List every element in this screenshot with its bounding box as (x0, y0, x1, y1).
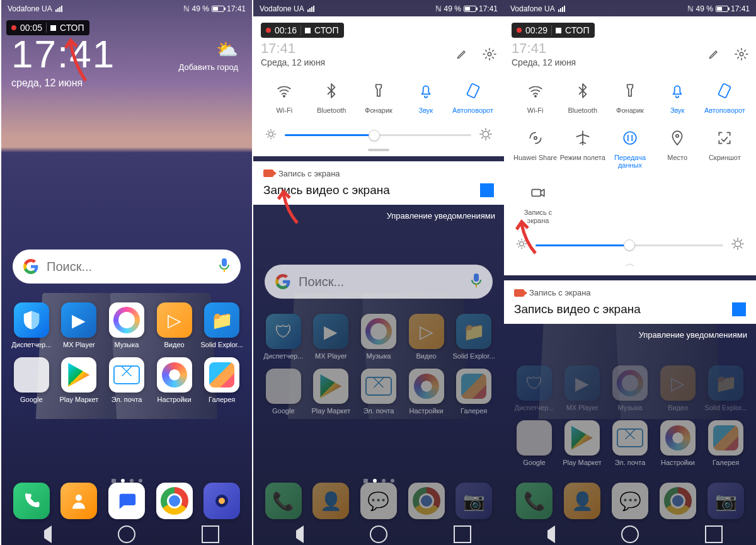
nav-back-icon[interactable] (286, 525, 304, 543)
clock-date: среда, 12 июня (11, 77, 242, 89)
qs-flashlight[interactable]: Фонарик (607, 81, 653, 115)
svg-rect-14 (718, 83, 731, 98)
data-icon (607, 129, 653, 147)
bell-icon (655, 81, 700, 100)
dock: 📞 👤 💬 📷 (504, 483, 756, 522)
qs-sound[interactable]: Звук (655, 81, 700, 115)
search-bar[interactable] (13, 250, 241, 284)
nav-recent-icon[interactable] (202, 525, 219, 543)
home-app-grid: Диспетчер... ▶MX Player Музыка ▷Видео 📁S… (1, 302, 252, 412)
qs-flashlight[interactable]: Фонарик (356, 81, 401, 115)
qs-wifi[interactable]: Wi-Fi (261, 81, 307, 115)
qs-location[interactable]: Место (655, 129, 700, 169)
qs-huaweishare[interactable]: Huawei Share (513, 129, 558, 169)
stop-icon (50, 25, 56, 31)
app-playmarket[interactable]: Play Маркет (56, 357, 101, 403)
qs-screenrecord[interactable]: Запись с экрана (515, 183, 561, 224)
qs-bluetooth[interactable]: Bluetooth (560, 81, 605, 115)
battery-icon (464, 6, 476, 12)
stop-icon (305, 28, 311, 33)
search-input[interactable] (299, 275, 462, 289)
gear-icon[interactable] (735, 47, 748, 61)
qs-autorotate[interactable]: Автоповорот (702, 81, 747, 115)
svg-point-17 (676, 134, 679, 137)
app-music[interactable]: Музыка (104, 302, 149, 348)
svg-rect-0 (222, 258, 227, 267)
dock-phone[interactable] (9, 483, 54, 522)
signal-icon (55, 6, 62, 12)
edit-icon[interactable] (707, 47, 721, 61)
recording-pill[interactable]: 00:29СТОП (512, 23, 595, 38)
dock (1, 483, 252, 522)
qs-mobiledata[interactable]: Передача данных (607, 129, 653, 169)
search-bar[interactable] (265, 265, 493, 299)
flashlight-icon (607, 81, 653, 100)
app-gallery[interactable]: Галерея (199, 357, 244, 403)
svg-rect-18 (532, 190, 541, 197)
dock-contacts[interactable] (56, 483, 101, 522)
nav-home-icon[interactable] (621, 525, 639, 543)
rotate-icon (702, 81, 747, 100)
app-video[interactable]: ▷Видео (152, 302, 197, 348)
recording-pill[interactable]: 00:16СТОП (261, 23, 344, 38)
svg-point-20 (735, 241, 740, 247)
dock: 📞 👤 💬 📷 (253, 483, 504, 522)
app-settings[interactable]: Настройки (152, 357, 197, 403)
notification-shade-expanded[interactable]: 00:29СТОП 17:41Среда, 12 июня Wi-Fi Blue… (504, 16, 756, 346)
nav-back-icon[interactable] (537, 525, 555, 543)
gear-icon[interactable] (483, 47, 496, 61)
clock-widget[interactable]: 17:41 среда, 12 июня ⛅ Добавить город (11, 32, 242, 89)
app-mail[interactable]: Эл. почта (104, 357, 149, 403)
edit-icon[interactable] (455, 47, 469, 61)
google-icon (23, 258, 39, 275)
nav-recent-icon[interactable] (705, 525, 723, 543)
qs-bluetooth[interactable]: Bluetooth (309, 81, 354, 115)
battery-pct: 49 % (192, 4, 209, 13)
dock-messages[interactable] (104, 483, 149, 522)
brightness-slider[interactable] (265, 127, 493, 144)
qs-airplane[interactable]: Режим полета (560, 129, 605, 169)
nav-recent-icon[interactable] (454, 525, 471, 543)
weather-icon: ⛅ (178, 39, 238, 60)
qs-screenshot[interactable]: Скриншот (702, 129, 747, 169)
app-google-folder[interactable]: Google (9, 357, 54, 403)
nav-home-icon[interactable] (370, 525, 387, 543)
svg-point-9 (483, 131, 488, 137)
nav-back-icon[interactable] (34, 525, 52, 543)
qs-autorotate[interactable]: Автоповорот (450, 81, 496, 115)
svg-point-2 (76, 495, 82, 501)
qs-wifi[interactable]: Wi-Fi (513, 81, 558, 115)
status-bar: Vodafone UA ℕ49 %17:41 (253, 0, 504, 18)
manage-notifications-link[interactable]: Управление уведомлениями (504, 324, 756, 346)
quick-settings-panel: 00:16СТОП 17:41 Среда, 12 июня Wi-Fi Blu… (253, 16, 504, 156)
dock-chrome[interactable] (152, 483, 197, 522)
recording-notification[interactable]: Запись с экрана Запись видео с экрана (504, 280, 756, 324)
dock-camera[interactable] (199, 483, 244, 522)
nav-bar (1, 524, 252, 545)
signal-icon (558, 6, 565, 12)
stop-record-button[interactable] (732, 302, 746, 316)
status-bar: Vodafone UA ℕ49 %17:41 (504, 0, 756, 18)
mic-icon[interactable] (218, 258, 231, 275)
bluetooth-icon (560, 81, 605, 100)
nav-home-icon[interactable] (118, 525, 135, 543)
svg-point-5 (488, 52, 491, 56)
chevron-up-icon[interactable]: ︿ (512, 257, 748, 270)
search-input[interactable] (47, 260, 210, 274)
bluetooth-icon (309, 81, 354, 100)
brightness-slider[interactable] (515, 237, 745, 253)
record-dot-icon (266, 28, 271, 33)
recording-pill[interactable]: 00:05 СТОП (6, 20, 89, 35)
svg-point-16 (624, 132, 636, 144)
stop-record-button[interactable] (480, 183, 494, 197)
qs-sound[interactable]: Звук (403, 81, 449, 115)
drag-handle-icon[interactable] (368, 149, 389, 151)
weather-widget[interactable]: ⛅ Добавить город (178, 39, 238, 72)
phone-3: Vodafone UA ℕ49 %17:41 00:29СТОП 17:41Ср… (504, 0, 756, 545)
svg-point-15 (534, 136, 536, 139)
app-dispatcher[interactable]: Диспетчер... (9, 302, 54, 348)
app-mxplayer[interactable]: ▶MX Player (56, 302, 101, 348)
mic-icon[interactable] (470, 273, 483, 290)
app-solidexplorer[interactable]: 📁Solid Explor... (199, 302, 244, 348)
home-app-grid: 🛡Диспетчер... ▶MX Player Музыка ▷Видео 📁… (504, 365, 756, 475)
